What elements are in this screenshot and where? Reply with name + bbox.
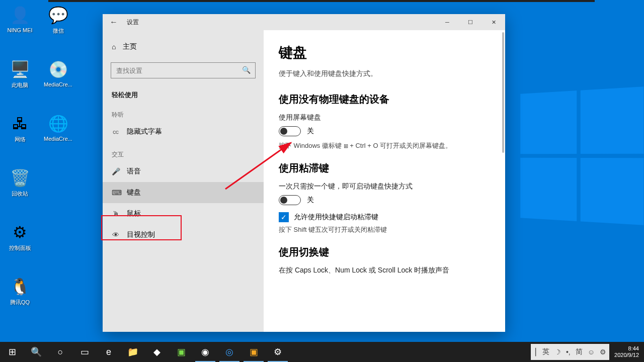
page-subtitle: 便于键入和使用键盘快捷方式。 — [279, 69, 490, 78]
desktop-icon-wechat[interactable]: 💬微信 — [39, 5, 77, 35]
taskbar-cortana[interactable]: ○ — [48, 342, 72, 362]
desktop-icon-qq[interactable]: 🐧腾讯QQ — [1, 277, 39, 306]
home-icon: ⌂ — [112, 43, 116, 51]
desktop-icon-mediacre1[interactable]: 💿MediaCre... — [39, 59, 77, 87]
sidebar-item-voice[interactable]: 🎤 语音 — [103, 161, 264, 182]
desktop-icon-user[interactable]: 👤NING MEI — [1, 5, 39, 33]
search-icon: 🔍 — [242, 66, 251, 74]
taskbar-search[interactable]: 🔍 — [24, 342, 48, 362]
desktop-icon-mediacre2[interactable]: 🌐MediaCre... — [39, 114, 77, 142]
scrollbar-thumb[interactable] — [502, 32, 504, 153]
sidebar-section: 轻松使用 — [103, 85, 264, 103]
search-box[interactable]: 🔍 — [111, 62, 256, 78]
osk-toggle[interactable] — [279, 126, 301, 136]
ime-bar[interactable]: ⎮ 英 ☽ •, 简 ☺ ⚙ — [531, 344, 609, 360]
section-osk-title: 使用没有物理键盘的设备 — [279, 93, 490, 106]
taskbar: ⊞ 🔍 ○ ▭ e 📁 ◆ ▣ ◉ ◎ ▣ ⚙ ⎮ 英 ☽ •, 简 ☺ ⚙ 8… — [0, 342, 644, 362]
osk-toggle-state: 关 — [307, 127, 314, 136]
titlebar[interactable]: ← 设置 ─ ☐ ✕ — [103, 14, 505, 30]
sidebar: ⌂ 主页 🔍 轻松使用 聆听 ㏄ 隐藏式字幕 交互 🎤 语音 ⌨ 键盘 — [103, 30, 264, 332]
maximize-button[interactable]: ☐ — [459, 14, 482, 30]
section-togglekeys-title: 使用切换键 — [279, 245, 490, 259]
sidebar-item-eye[interactable]: 👁 目视控制 — [103, 224, 264, 245]
desktop-icon-network[interactable]: 🖧网络 — [1, 114, 39, 143]
tray-clock[interactable]: 8:44 2020/9/12 — [609, 345, 644, 358]
ime-emoji-icon[interactable]: ☺ — [588, 348, 595, 356]
osk-hint: 按下 Windows 徽标键 ⊞ + Ctrl + O 可打开或关闭屏幕键盘。 — [279, 141, 490, 150]
taskbar-app1[interactable]: ◆ — [145, 342, 169, 362]
section-sticky-title: 使用粘滞键 — [279, 161, 490, 175]
start-button[interactable]: ⊞ — [0, 342, 24, 362]
ime-simp[interactable]: 简 — [576, 347, 583, 356]
top-strip — [48, 0, 595, 2]
taskbar-app4[interactable]: ▣ — [242, 342, 266, 362]
winkey-icon: ⊞ — [344, 143, 348, 149]
ime-punct-icon[interactable]: •, — [566, 348, 571, 356]
minimize-button[interactable]: ─ — [436, 14, 459, 30]
mic-icon: 🎤 — [112, 167, 120, 175]
taskbar-edge[interactable]: e — [97, 342, 121, 362]
pc-icon: 🖥️ — [10, 59, 30, 79]
taskbar-settings[interactable]: ⚙ — [266, 342, 290, 362]
search-input[interactable] — [111, 62, 256, 78]
taskbar-app2[interactable]: ▣ — [169, 342, 193, 362]
sidebar-cat-interact: 交互 — [103, 142, 264, 161]
user-folder-icon: 👤 — [10, 5, 30, 25]
sidebar-item-mouse[interactable]: 🖱 鼠标 — [103, 203, 264, 224]
togglekeys-label: 在按 Caps Lock、Num Lock 或 Scroll Lock 时播放声… — [279, 266, 490, 275]
content-pane: 键盘 便于键入和使用键盘快捷方式。 使用没有物理键盘的设备 使用屏幕键盘 关 按… — [264, 30, 505, 332]
sticky-checkbox-label: 允许使用快捷键启动粘滞键 — [294, 213, 378, 222]
ie-icon: 🌐 — [48, 114, 68, 134]
sidebar-home[interactable]: ⌂ 主页 — [103, 38, 264, 55]
ime-lang[interactable]: 英 — [542, 347, 549, 356]
disc-icon: 💿 — [48, 59, 68, 79]
sticky-label: 一次只需按一个键，即可启动键盘快捷方式 — [279, 182, 490, 191]
ime-gear-icon[interactable]: ⚙ — [600, 348, 606, 356]
close-button[interactable]: ✕ — [482, 14, 505, 30]
back-button[interactable]: ← — [103, 18, 125, 27]
page-title: 键盘 — [279, 43, 490, 62]
desktop-icon-recycle[interactable]: 🗑️回收站 — [1, 168, 39, 198]
ime-divider: ⎮ — [534, 348, 537, 356]
settings-window: ← 设置 ─ ☐ ✕ ⌂ 主页 🔍 轻松使用 聆听 ㏄ 隐藏式字幕 交互 — [103, 14, 505, 332]
sidebar-cat-listen: 聆听 — [103, 103, 264, 121]
sticky-shortcut-checkbox[interactable]: ✓ — [279, 212, 289, 222]
recycle-icon: 🗑️ — [10, 168, 30, 188]
wechat-icon: 💬 — [48, 5, 68, 25]
taskbar-taskview[interactable]: ▭ — [72, 342, 97, 362]
sidebar-item-keyboard[interactable]: ⌨ 键盘 — [103, 182, 264, 203]
cc-icon: ㏄ — [112, 127, 120, 136]
eye-icon: 👁 — [112, 231, 120, 239]
sidebar-item-cc[interactable]: ㏄ 隐藏式字幕 — [103, 121, 264, 142]
sticky-hint: 按下 Shift 键五次可打开或关闭粘滞键 — [279, 225, 490, 234]
desktop-icon-thispc[interactable]: 🖥️此电脑 — [1, 59, 39, 89]
taskbar-chrome[interactable]: ◉ — [193, 342, 217, 362]
taskbar-app3[interactable]: ◎ — [217, 342, 242, 362]
keyboard-icon: ⌨ — [112, 189, 120, 197]
window-title: 设置 — [127, 18, 139, 27]
system-tray: ⎮ 英 ☽ •, 简 ☺ ⚙ 8:44 2020/9/12 — [531, 342, 644, 362]
osk-label: 使用屏幕键盘 — [279, 113, 490, 122]
desktop-icon-controlpanel[interactable]: ⚙控制面板 — [1, 222, 39, 252]
sticky-toggle-state: 关 — [307, 196, 314, 205]
mouse-icon: 🖱 — [112, 210, 120, 218]
windows-logo-bg — [520, 86, 643, 225]
sticky-toggle[interactable] — [279, 195, 301, 205]
ime-moon-icon[interactable]: ☽ — [554, 348, 561, 356]
network-icon: 🖧 — [10, 114, 30, 134]
controlpanel-icon: ⚙ — [10, 222, 30, 242]
taskbar-explorer[interactable]: 📁 — [121, 342, 145, 362]
qq-icon: 🐧 — [10, 277, 30, 297]
